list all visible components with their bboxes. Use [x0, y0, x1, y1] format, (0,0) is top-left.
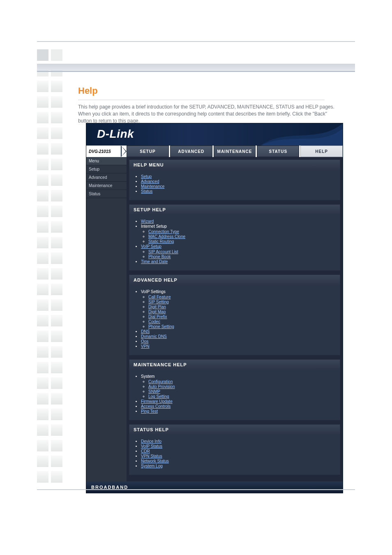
link-codec[interactable]: Codec [148, 319, 160, 324]
link-voip-setup[interactable]: VoIP Setup [141, 244, 161, 249]
panel-body-status-help: Device Info VoIP Status CDR VPN Status N… [129, 435, 340, 474]
tab-maintenance[interactable]: MAINTENANCE [214, 146, 256, 157]
left-menu-maintenance[interactable]: Maintenance [86, 182, 127, 190]
link-cdr[interactable]: CDR [141, 449, 150, 453]
link-device-info[interactable]: Device Info [141, 439, 161, 444]
link-dial-prefix[interactable]: Dial Prefix [148, 314, 167, 319]
left-menu-status[interactable]: Status [86, 190, 127, 198]
tab-advanced[interactable]: ADVANCED [170, 146, 212, 157]
link-vpn-status[interactable]: VPN Status [141, 454, 162, 458]
help-intro-text: This help page provides a brief introduc… [78, 104, 341, 124]
link-help-advanced[interactable]: Advanced [141, 179, 159, 184]
panel-maintenance-help: MAINTENANCE HELP System Configuration Au… [129, 359, 340, 420]
svg-marker-1 [122, 146, 126, 156]
link-help-maintenance[interactable]: Maintenance [141, 184, 164, 189]
panel-setup-help: SETUP HELP Wizard Internet Setup Connect… [129, 204, 340, 271]
link-wizard[interactable]: Wizard [141, 219, 154, 224]
link-vpn[interactable]: VPN [141, 344, 150, 349]
link-network-status[interactable]: Network Status [141, 459, 169, 463]
text-voip-settings: VoIP Settings [141, 289, 166, 294]
link-connection-type[interactable]: Connection Type [148, 229, 179, 234]
link-dynamic-dns[interactable]: Dynamic DNS [141, 334, 167, 339]
panel-header-advanced-help: ADVANCED HELP [129, 275, 340, 285]
router-footer: BROADBAND [86, 481, 343, 493]
router-screenshot: D-Link DVG-2101S SETUP ADVANCED MAINTENA… [86, 123, 343, 493]
model-arrow-icon [121, 146, 128, 157]
model-label: DVG-2101S [86, 146, 127, 157]
tab-help[interactable]: HELP [300, 146, 343, 157]
top-rule [37, 41, 355, 42]
panel-body-maintenance-help: System Configuration Auto Provision SNMP… [129, 370, 340, 420]
link-call-feature[interactable]: Call Feature [148, 295, 171, 299]
link-static-routing[interactable]: Static Routing [148, 239, 174, 244]
panel-body-advanced-help: VoIP Settings Call Feature SIP Setting D… [129, 285, 340, 355]
panel-header-status-help: STATUS HELP [129, 425, 340, 435]
link-time-date[interactable]: Time and Date [141, 259, 168, 264]
page: { "doc": { "title_line": "", "help_headi… [0, 0, 392, 555]
section-heading-help: Help [78, 86, 325, 100]
panel-body-setup-help: Wizard Internet Setup Connection Type MA… [129, 215, 340, 270]
link-system-log[interactable]: System Log [141, 464, 163, 468]
panel-body-help-menu: Setup Advanced Maintenance Status [129, 170, 340, 200]
model-tab-bar: DVG-2101S SETUP ADVANCED MAINTENANCE STA… [86, 146, 343, 157]
side-decoration [37, 49, 66, 487]
panel-advanced-help: ADVANCED HELP VoIP Settings Call Feature… [129, 275, 340, 355]
header-band-underline [37, 71, 355, 72]
link-auto-provision[interactable]: Auto Provision [148, 384, 175, 389]
left-menu-head: Menu [86, 157, 127, 165]
panel-header-help-menu: HELP MENU [129, 160, 340, 170]
link-voip-status[interactable]: VoIP Status [141, 444, 162, 449]
link-configuration[interactable]: Configuration [148, 379, 173, 384]
model-text: DVG-2101S [89, 149, 111, 154]
tab-status[interactable]: STATUS [257, 146, 299, 157]
link-firmware-update[interactable]: Firmware Update [141, 399, 173, 404]
panel-status-help: STATUS HELP Device Info VoIP Status CDR … [129, 424, 340, 475]
link-phone-setting[interactable]: Phone Setting [148, 324, 174, 329]
link-dns[interactable]: DNS [141, 329, 150, 334]
link-digit-plan[interactable]: Digit Plan [148, 305, 166, 309]
panel-help-menu: HELP MENU Setup Advanced Maintenance Sta… [129, 160, 340, 200]
left-menu-advanced[interactable]: Advanced [86, 173, 127, 182]
link-log-setting[interactable]: Log Setting [148, 394, 169, 399]
link-ping-test[interactable]: Ping Test [141, 409, 158, 414]
link-qos[interactable]: Qos [141, 339, 148, 344]
link-help-setup[interactable]: Setup [141, 174, 152, 179]
router-body: Menu Setup Advanced Maintenance Status H… [86, 157, 343, 481]
link-sip-setting[interactable]: SIP Setting [148, 300, 169, 304]
left-menu-setup[interactable]: Setup [86, 165, 127, 173]
panel-header-maintenance-help: MAINTENANCE HELP [129, 360, 340, 370]
content-column: HELP MENU Setup Advanced Maintenance Sta… [127, 157, 343, 481]
link-phone-book[interactable]: Phone Book [148, 254, 171, 259]
link-digit-map[interactable]: Digit Map [148, 310, 166, 314]
header-swoosh-graphic [261, 123, 343, 146]
left-menu: Menu Setup Advanced Maintenance Status [86, 157, 127, 481]
panel-header-setup-help: SETUP HELP [129, 205, 340, 215]
text-system: System [141, 374, 154, 379]
link-mac-address-clone[interactable]: MAC Address Clone [148, 234, 185, 239]
link-access-controls[interactable]: Access Controls [141, 404, 171, 409]
bottom-rule [37, 489, 355, 490]
tab-row: SETUP ADVANCED MAINTENANCE STATUS HELP [127, 146, 343, 157]
link-help-status[interactable]: Status [141, 189, 152, 194]
tab-setup[interactable]: SETUP [127, 146, 169, 157]
text-internet-setup: Internet Setup [141, 224, 167, 229]
router-brand-header: D-Link [86, 123, 343, 146]
header-band [37, 64, 355, 70]
link-sip-account-list[interactable]: SIP Account List [148, 250, 178, 254]
link-snmp[interactable]: SNMP [148, 389, 160, 394]
